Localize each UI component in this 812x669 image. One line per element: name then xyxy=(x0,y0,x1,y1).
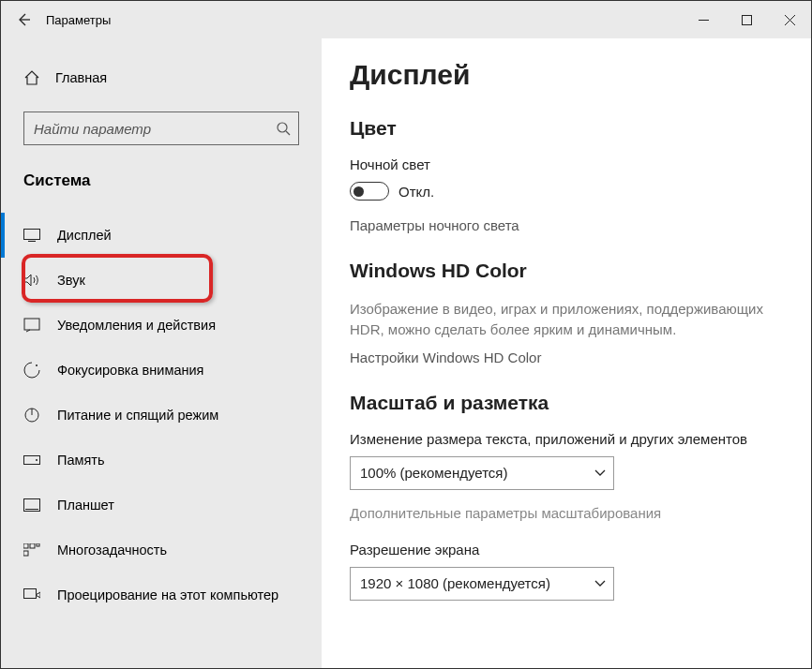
sidebar-item-tablet[interactable]: Планшет xyxy=(1,483,299,528)
sidebar-item-display[interactable]: Дисплей xyxy=(1,213,299,258)
sidebar-item-label: Планшет xyxy=(57,498,114,513)
category-heading: Система xyxy=(23,171,299,190)
svg-rect-13 xyxy=(37,543,39,546)
multitask-icon xyxy=(23,543,40,557)
minimize-button[interactable] xyxy=(682,1,725,38)
section-hd: Windows HD Color xyxy=(350,260,783,282)
scale-select[interactable]: 100% (рекомендуется) xyxy=(350,456,614,490)
night-light-label: Ночной свет xyxy=(350,156,783,172)
window-title: Параметры xyxy=(46,13,682,27)
storage-icon xyxy=(23,455,40,465)
back-button[interactable] xyxy=(1,12,46,27)
close-button[interactable] xyxy=(768,1,811,38)
chevron-down-icon xyxy=(594,580,606,587)
svg-rect-10 xyxy=(23,543,28,548)
scale-label: Изменение размера текста, приложений и д… xyxy=(350,431,783,447)
tablet-icon xyxy=(23,498,40,512)
advanced-scale-link[interactable]: Дополнительные параметры масштабирования xyxy=(350,505,783,521)
sidebar-item-label: Питание и спящий режим xyxy=(57,408,218,423)
sidebar-item-label: Уведомления и действия xyxy=(57,318,216,333)
page-title: Дисплей xyxy=(350,59,783,91)
chevron-down-icon xyxy=(594,469,606,477)
highlight-frame xyxy=(22,254,213,303)
hd-settings-link[interactable]: Настройки Windows HD Color xyxy=(350,349,783,365)
sidebar-item-sound[interactable]: Звук xyxy=(1,258,299,303)
section-scale: Масштаб и разметка xyxy=(350,392,783,414)
sound-icon xyxy=(23,273,40,288)
svg-rect-2 xyxy=(24,230,40,240)
close-icon xyxy=(785,15,795,25)
focus-icon xyxy=(23,362,40,379)
svg-rect-9 xyxy=(25,509,38,510)
svg-point-4 xyxy=(36,364,38,366)
scale-value: 100% (рекомендуется) xyxy=(360,465,507,481)
resolution-select[interactable]: 1920 × 1080 (рекомендуется) xyxy=(350,567,614,601)
sidebar-item-label: Память xyxy=(57,453,105,468)
hd-description: Изображение в видео, играх и приложениях… xyxy=(350,299,783,340)
svg-point-7 xyxy=(36,459,38,461)
sidebar-item-label: Звук xyxy=(57,273,85,288)
night-light-settings-link[interactable]: Параметры ночного света xyxy=(350,217,783,233)
svg-rect-11 xyxy=(30,543,35,548)
sidebar-item-power[interactable]: Питание и спящий режим xyxy=(1,393,299,438)
svg-rect-14 xyxy=(24,589,37,599)
sidebar-item-label: Дисплей xyxy=(57,228,112,243)
sidebar-item-label: Фокусировка внимания xyxy=(57,363,203,378)
maximize-icon xyxy=(742,15,752,25)
titlebar: Параметры xyxy=(1,1,811,38)
minimize-icon xyxy=(699,15,709,25)
sidebar-item-multitask[interactable]: Многозадачность xyxy=(1,528,299,572)
sidebar-item-label: Проецирование на этот компьютер xyxy=(57,587,278,602)
home-icon xyxy=(23,69,40,86)
svg-rect-3 xyxy=(24,319,39,330)
resolution-label: Разрешение экрана xyxy=(350,542,783,558)
svg-point-1 xyxy=(278,123,287,132)
search-input[interactable] xyxy=(23,112,299,145)
notifications-icon xyxy=(23,318,40,333)
arrow-left-icon xyxy=(16,12,31,27)
svg-rect-0 xyxy=(742,15,751,24)
resolution-value: 1920 × 1080 (рекомендуется) xyxy=(360,575,550,591)
content-area: Дисплей Цвет Ночной свет Откл. Параметры… xyxy=(322,38,811,668)
project-icon xyxy=(23,588,40,602)
display-icon xyxy=(23,229,40,242)
sidebar-item-storage[interactable]: Память xyxy=(1,438,299,483)
sidebar-item-project[interactable]: Проецирование на этот компьютер xyxy=(1,572,299,617)
maximize-button[interactable] xyxy=(725,1,768,38)
night-light-toggle[interactable] xyxy=(350,182,389,201)
search-field[interactable] xyxy=(34,121,276,137)
power-icon xyxy=(23,407,40,424)
sidebar-item-notifications[interactable]: Уведомления и действия xyxy=(1,303,299,348)
home-button[interactable]: Главная xyxy=(23,59,299,97)
sidebar-item-focus[interactable]: Фокусировка внимания xyxy=(1,348,299,393)
home-label: Главная xyxy=(55,70,107,85)
toggle-state: Откл. xyxy=(398,184,434,200)
search-icon xyxy=(276,121,291,136)
sidebar: Главная Система Дисплей Зву xyxy=(1,38,322,668)
section-color: Цвет xyxy=(350,117,783,140)
sidebar-item-label: Многозадачность xyxy=(57,543,167,558)
svg-rect-12 xyxy=(23,551,28,556)
